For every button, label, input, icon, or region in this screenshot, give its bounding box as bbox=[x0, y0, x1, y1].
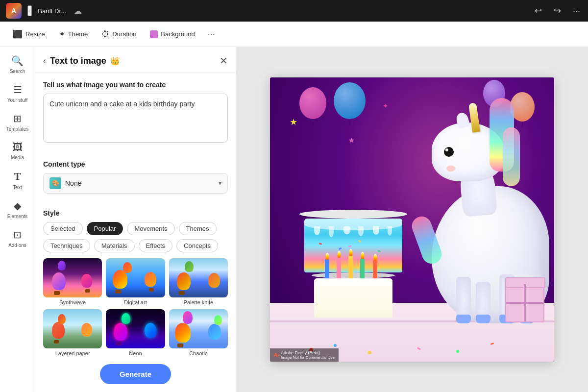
panel-header: ‹ Text to image 👑 ✕ bbox=[35, 47, 236, 73]
your-stuff-icon: ☰ bbox=[13, 84, 22, 96]
content-type-section: Content type 🎨 None ▾ bbox=[35, 152, 236, 194]
style-pill-movements[interactable]: Movements bbox=[127, 222, 174, 235]
content-type-value: None bbox=[65, 179, 215, 187]
digital-art-label: Digital art bbox=[124, 299, 147, 305]
app-logo: A bbox=[6, 3, 22, 19]
undo-button[interactable]: ↩ bbox=[533, 3, 544, 18]
generated-image-container: ★ ★ ★ ✦ ✦ bbox=[270, 77, 554, 362]
style-card-neon[interactable]: Neon bbox=[106, 309, 165, 356]
media-icon: 🖼 bbox=[13, 142, 23, 153]
style-pill-popular[interactable]: Popular bbox=[87, 222, 123, 235]
panel-title: Text to image bbox=[50, 56, 106, 66]
templates-icon: ⊞ bbox=[13, 113, 22, 124]
theme-label: Theme bbox=[68, 30, 88, 38]
prompt-label: Tell us what image you want to create bbox=[43, 81, 228, 89]
background-label: Background bbox=[161, 30, 195, 38]
top-bar-actions: ↩ ↪ ··· bbox=[533, 3, 582, 18]
duration-button[interactable]: ⏱ Duration bbox=[97, 27, 141, 42]
prompt-section: Tell us what image you want to create Cu… bbox=[35, 73, 236, 145]
style-pill-effects[interactable]: Effects bbox=[139, 239, 173, 252]
top-bar: A ‹ Banff Dr... ☁ ↩ ↪ ··· bbox=[0, 0, 588, 22]
digital-art-preview bbox=[106, 258, 165, 297]
sidebar-item-add-ons[interactable]: ⊡ Add ons bbox=[2, 225, 33, 252]
text-to-image-panel: ‹ Text to image 👑 ✕ Tell us what image y… bbox=[35, 47, 236, 392]
crown-icon: 👑 bbox=[110, 56, 120, 66]
sidebar-templates-label: Templates bbox=[6, 126, 29, 132]
sidebar-item-your-stuff[interactable]: ☰ Your stuff bbox=[2, 80, 33, 107]
style-card-synthwave[interactable]: Synthwave bbox=[43, 258, 102, 305]
canvas-area: ★ ★ ★ ✦ ✦ bbox=[236, 47, 588, 392]
main-layout: 🔍 Search ☰ Your stuff ⊞ Templates 🖼 Medi… bbox=[0, 47, 588, 392]
watermark: Ai Adobe Firefly (Beta) Image Not for Co… bbox=[270, 348, 339, 362]
style-label: Style bbox=[43, 209, 228, 217]
chaotic-preview bbox=[169, 309, 228, 348]
theme-icon: ✦ bbox=[59, 29, 65, 39]
elements-icon: ◆ bbox=[14, 200, 21, 212]
watermark-sub: Image Not for Commercial Use bbox=[281, 355, 335, 360]
resize-button[interactable]: ⬛ Resize bbox=[8, 26, 50, 42]
synthwave-preview bbox=[43, 258, 102, 297]
style-section: Style Selected Popular Movements Themes … bbox=[35, 201, 236, 258]
style-pill-themes[interactable]: Themes bbox=[179, 222, 217, 235]
background-button[interactable]: Background bbox=[145, 27, 199, 41]
resize-icon: ⬛ bbox=[13, 29, 23, 39]
theme-button[interactable]: ✦ Theme bbox=[54, 26, 93, 42]
more-options-button[interactable]: ··· bbox=[571, 4, 582, 18]
left-sidebar: 🔍 Search ☰ Your stuff ⊞ Templates 🖼 Medi… bbox=[0, 47, 35, 392]
synthwave-label: Synthwave bbox=[59, 299, 86, 305]
generate-button[interactable]: Generate bbox=[100, 364, 171, 384]
sidebar-add-ons-label: Add ons bbox=[8, 243, 26, 248]
sidebar-item-search[interactable]: 🔍 Search bbox=[2, 51, 33, 78]
sidebar-text-label: Text bbox=[13, 185, 22, 190]
background-color-swatch bbox=[150, 30, 158, 38]
text-icon: T bbox=[14, 170, 21, 183]
search-icon: 🔍 bbox=[11, 55, 24, 67]
sidebar-item-text[interactable]: T Text bbox=[2, 166, 33, 194]
layered-paper-label: Layered paper bbox=[55, 350, 90, 356]
back-button[interactable]: ‹ bbox=[27, 5, 32, 16]
panel-close-button[interactable]: ✕ bbox=[220, 55, 228, 67]
sidebar-your-stuff-label: Your stuff bbox=[7, 98, 28, 103]
sidebar-item-templates[interactable]: ⊞ Templates bbox=[2, 109, 33, 136]
prompt-input[interactable]: Cute unicorn and a cake at a kids birthd… bbox=[43, 94, 228, 143]
content-type-dropdown[interactable]: 🎨 None ▾ bbox=[43, 173, 228, 194]
neon-preview bbox=[106, 309, 165, 348]
document-title: Banff Dr... bbox=[38, 7, 66, 15]
style-card-digital-art[interactable]: Digital art bbox=[106, 258, 165, 305]
style-card-chaotic[interactable]: Chaotic bbox=[169, 309, 228, 356]
style-cards-grid: Synthwave Digital art bbox=[35, 258, 236, 356]
panel-back-button[interactable]: ‹ bbox=[43, 56, 46, 66]
watermark-logo: Ai bbox=[274, 352, 279, 358]
style-card-palette-knife[interactable]: Palette knife bbox=[169, 258, 228, 305]
style-pill-materials[interactable]: Materials bbox=[94, 239, 135, 252]
watermark-text: Adobe Firefly (Beta) bbox=[281, 350, 335, 355]
duration-icon: ⏱ bbox=[101, 30, 109, 39]
style-pill-techniques[interactable]: Techniques bbox=[43, 239, 90, 252]
sidebar-media-label: Media bbox=[11, 155, 24, 160]
duration-label: Duration bbox=[112, 30, 136, 38]
style-pill-concepts[interactable]: Concepts bbox=[176, 239, 218, 252]
chaotic-label: Chaotic bbox=[189, 350, 207, 356]
palette-knife-preview bbox=[169, 258, 228, 297]
sidebar-elements-label: Elements bbox=[7, 214, 28, 219]
cloud-icon: ☁ bbox=[74, 6, 82, 16]
add-ons-icon: ⊡ bbox=[13, 229, 22, 241]
content-type-icon: 🎨 bbox=[49, 177, 61, 189]
sidebar-item-elements[interactable]: ◆ Elements bbox=[2, 196, 33, 223]
style-pills-container: Selected Popular Movements Themes Techni… bbox=[43, 222, 228, 252]
style-card-layered-paper[interactable]: Layered paper bbox=[43, 309, 102, 356]
sidebar-search-label: Search bbox=[10, 69, 25, 74]
content-type-label: Content type bbox=[43, 160, 228, 168]
redo-button[interactable]: ↪ bbox=[552, 3, 563, 18]
resize-label: Resize bbox=[25, 30, 45, 38]
layered-paper-preview bbox=[43, 309, 102, 348]
toolbar: ⬛ Resize ✦ Theme ⏱ Duration Background ·… bbox=[0, 22, 588, 47]
generated-image: ★ ★ ★ ✦ ✦ bbox=[270, 77, 554, 362]
neon-label: Neon bbox=[129, 350, 142, 356]
toolbar-more-button[interactable]: ··· bbox=[204, 27, 219, 41]
chevron-down-icon: ▾ bbox=[219, 180, 221, 187]
palette-knife-label: Palette knife bbox=[184, 299, 214, 305]
style-pill-selected[interactable]: Selected bbox=[43, 222, 83, 235]
sidebar-item-media[interactable]: 🖼 Media bbox=[2, 138, 33, 164]
